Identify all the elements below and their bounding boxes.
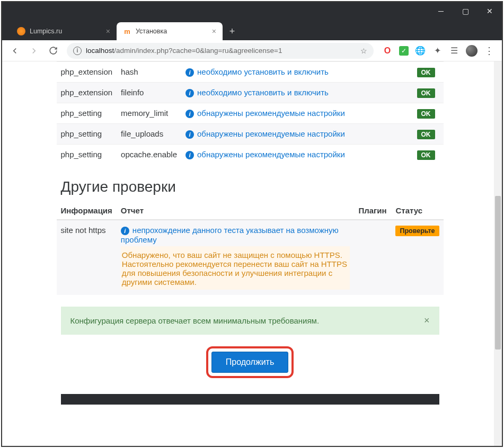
extension-check-icon[interactable]: ✓ [399, 46, 409, 56]
table-row: php_extension fileinfo iнеобходимо устан… [57, 83, 444, 103]
status-badge: OK [417, 68, 435, 77]
maximize-button[interactable]: ▢ [453, 2, 478, 20]
new-tab-button[interactable]: + [225, 24, 240, 39]
report-link[interactable]: необходимо установить и включить [197, 67, 329, 76]
report-link[interactable]: обнаружены рекомендуемые настройки [197, 150, 345, 159]
reload-button[interactable] [45, 42, 61, 59]
check-name: php_setting [57, 145, 117, 165]
page-footer [61, 394, 439, 405]
col-plugin-header: Плагин [354, 202, 391, 220]
check-info: hash [117, 62, 181, 83]
favicon-lumpics-icon [17, 27, 25, 35]
server-checks-table: php_extension hash iнеобходимо установит… [57, 61, 444, 165]
check-info: file_uploads [117, 124, 181, 145]
table-row: php_extension hash iнеобходимо установит… [57, 62, 444, 83]
col-info-header: Информация [57, 202, 117, 220]
continue-button[interactable]: Продолжить [211, 352, 288, 373]
other-checks-heading: Другие проверки [61, 178, 444, 195]
check-info: opcache.enable [117, 145, 181, 165]
table-row: php_setting file_uploads iобнаружены рек… [57, 124, 444, 145]
scrollbar-thumb[interactable] [495, 196, 501, 350]
back-button[interactable] [6, 42, 23, 59]
report-link[interactable]: необходимо установить и включить [197, 88, 329, 97]
report-link[interactable]: непрохождение данного теста указывает на… [121, 226, 339, 244]
success-alert: Конфигурация сервера отвечает всем миним… [61, 307, 439, 335]
reading-list-icon[interactable]: ☰ [449, 46, 459, 56]
status-badge: OK [417, 150, 435, 160]
check-name: php_setting [57, 103, 117, 124]
check-info: site not https [57, 220, 117, 295]
warning-text: Обнаружено, что ваш сайт не защищен с по… [121, 246, 350, 290]
highlight-box: Продолжить [206, 346, 294, 378]
status-badge: OK [417, 109, 435, 119]
extension-globe-icon[interactable]: 🌐 [415, 46, 426, 56]
check-name: php_setting [57, 124, 117, 145]
menu-dots-icon[interactable]: ⋮ [484, 46, 494, 56]
dismiss-alert-icon[interactable]: × [424, 315, 430, 326]
tab-title: Установка [136, 28, 167, 35]
favicon-moodle-icon: m [123, 27, 131, 35]
report-link[interactable]: обнаружены рекомендуемые настройки [197, 109, 345, 118]
address-bar[interactable]: i localhost/admin/index.php?cache=0&lang… [67, 43, 374, 59]
table-row: php_setting memory_limit iобнаружены рек… [57, 103, 444, 124]
extensions-button-icon[interactable]: ✦ [432, 46, 443, 56]
close-tab-icon[interactable]: × [212, 27, 216, 35]
bookmark-star-icon[interactable]: ☆ [360, 47, 367, 55]
extension-opera-icon[interactable]: O [382, 46, 393, 56]
col-status-header: Статус [391, 202, 443, 220]
status-badge: OK [417, 88, 435, 98]
tab-lumpics[interactable]: Lumpics.ru × [11, 22, 117, 40]
tab-title: Lumpics.ru [30, 28, 62, 35]
status-badge: OK [417, 130, 435, 139]
close-tab-icon[interactable]: × [106, 27, 110, 35]
status-badge: Проверьте [395, 226, 439, 236]
browser-titlebar: ─ ▢ ✕ Lumpics.ru × m Установка × + [2, 2, 502, 40]
info-icon[interactable]: i [185, 89, 194, 97]
table-row: php_setting opcache.enable iобнаружены р… [57, 145, 444, 165]
minimize-button[interactable]: ─ [429, 2, 453, 20]
info-icon[interactable]: i [185, 110, 194, 118]
forward-button[interactable] [25, 42, 42, 59]
close-window-button[interactable]: ✕ [478, 2, 502, 20]
report-link[interactable]: обнаружены рекомендуемые настройки [197, 129, 345, 138]
info-icon[interactable]: i [185, 68, 194, 77]
other-checks-table: Информация Отчет Плагин Статус site not … [57, 202, 444, 295]
info-icon[interactable]: i [185, 151, 194, 159]
tab-install[interactable]: m Установка × [117, 22, 223, 40]
check-name: php_extension [57, 62, 117, 83]
page-viewport: php_extension hash iнеобходимо установит… [2, 61, 502, 446]
col-report-header: Отчет [117, 202, 355, 220]
profile-avatar[interactable] [466, 45, 478, 57]
check-name: php_extension [57, 83, 117, 103]
table-row: site not https iнепрохождение данного те… [57, 220, 444, 295]
check-info: fileinfo [117, 83, 181, 103]
url-text: localhost/admin/index.php?cache=0&lang=r… [86, 47, 282, 55]
site-info-icon[interactable]: i [73, 47, 82, 55]
alert-text: Конфигурация сервера отвечает всем миним… [70, 316, 320, 325]
info-icon[interactable]: i [121, 227, 129, 235]
browser-toolbar: i localhost/admin/index.php?cache=0&lang… [2, 40, 502, 61]
check-info: memory_limit [117, 103, 181, 124]
scrollbar[interactable] [494, 61, 502, 446]
info-icon[interactable]: i [185, 130, 194, 139]
plugin-cell [354, 220, 391, 295]
